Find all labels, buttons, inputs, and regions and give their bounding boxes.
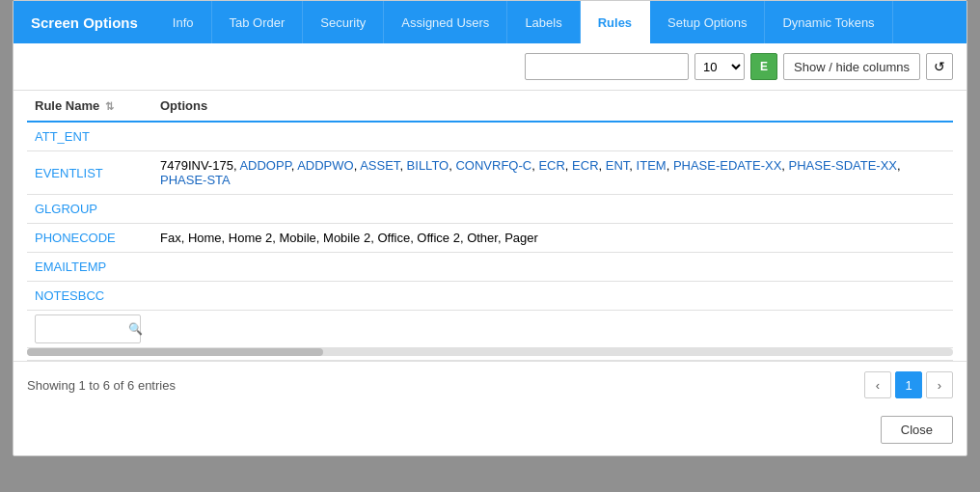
nav-tabs: Info Tab Order Security Assigned Users L… xyxy=(155,1,966,43)
pagination-page-1[interactable]: 1 xyxy=(895,371,922,398)
table-row: NOTESBCC xyxy=(27,282,953,311)
table-footer: Showing 1 to 6 of 6 entries ‹ 1 › xyxy=(14,361,966,408)
close-row: Close xyxy=(14,408,966,455)
table-row: EMAILTEMP xyxy=(27,253,953,282)
rule-name-cell: EMAILTEMP xyxy=(27,253,152,282)
horizontal-scrollbar[interactable] xyxy=(27,348,953,356)
options-cell: Fax, Home, Home 2, Mobile, Mobile 2, Off… xyxy=(152,224,953,253)
table-row: PHONECODEFax, Home, Home 2, Mobile, Mobi… xyxy=(27,224,953,253)
table-container: Rule Name ⇅ Options ATT_ENTEVENTLIST7479… xyxy=(14,91,966,361)
tab-assigned-users[interactable]: Assigned Users xyxy=(384,1,507,43)
rule-name-search-cell: 🔍 xyxy=(27,311,152,348)
rule-name-link[interactable]: EVENTLIST xyxy=(35,166,103,180)
rule-name-cell: EVENTLIST xyxy=(27,151,152,195)
rule-name-cell: PHONECODE xyxy=(27,224,152,253)
options-search-cell xyxy=(152,311,953,348)
search-icon: 🔍 xyxy=(128,322,143,336)
options-cell xyxy=(152,122,953,151)
showing-entries-text: Showing 1 to 6 of 6 entries xyxy=(27,378,176,393)
rule-name-search-wrapper: 🔍 xyxy=(35,314,141,343)
modal-overlay: Screen Options Info Tab Order Security A… xyxy=(0,0,980,492)
col-header-rule-name: Rule Name ⇅ xyxy=(27,91,152,122)
modal: Screen Options Info Tab Order Security A… xyxy=(13,0,967,456)
options-cell xyxy=(152,195,953,224)
close-button[interactable]: Close xyxy=(881,416,953,444)
table-row: ATT_ENT xyxy=(27,122,953,151)
rule-name-link[interactable]: EMAILTEMP xyxy=(35,260,106,274)
rule-name-cell: GLGROUP xyxy=(27,195,152,224)
rule-name-link[interactable]: ATT_ENT xyxy=(35,129,90,144)
pagination-next-button[interactable]: › xyxy=(926,371,953,398)
toolbar-row: 10 25 50 100 E Show / hide columns ↺ xyxy=(14,43,966,91)
rule-name-link[interactable]: PHONECODE xyxy=(35,231,116,245)
tab-info[interactable]: Info xyxy=(155,1,212,43)
show-hide-columns-button[interactable]: Show / hide columns xyxy=(783,53,920,80)
modal-title: Screen Options xyxy=(14,14,155,31)
rule-name-link[interactable]: GLGROUP xyxy=(35,202,97,216)
search-input[interactable] xyxy=(525,53,689,80)
pagination: ‹ 1 › xyxy=(864,371,953,398)
scrollbar-row xyxy=(27,348,953,361)
rules-table: Rule Name ⇅ Options ATT_ENTEVENTLIST7479… xyxy=(27,91,953,361)
rule-name-search-input[interactable] xyxy=(41,317,128,341)
tab-tab-order[interactable]: Tab Order xyxy=(212,1,304,43)
options-cell xyxy=(152,253,953,282)
table-row: EVENTLIST7479INV-175, ADDOPP, ADDPWO, AS… xyxy=(27,151,953,195)
tab-labels[interactable]: Labels xyxy=(507,1,580,43)
pagination-prev-button[interactable]: ‹ xyxy=(864,371,891,398)
tab-rules[interactable]: Rules xyxy=(581,1,650,43)
table-header-row: Rule Name ⇅ Options xyxy=(27,91,953,122)
table-row: GLGROUP xyxy=(27,195,953,224)
scrollbar-thumb xyxy=(27,348,323,356)
options-cell: 7479INV-175, ADDOPP, ADDPWO, ASSET, BILL… xyxy=(152,151,953,195)
per-page-select[interactable]: 10 25 50 100 xyxy=(694,53,745,80)
tab-dynamic-tokens[interactable]: Dynamic Tokens xyxy=(765,1,892,43)
rule-name-cell: ATT_ENT xyxy=(27,122,152,151)
modal-header: Screen Options Info Tab Order Security A… xyxy=(14,1,966,43)
tab-setup-options[interactable]: Setup Options xyxy=(650,1,765,43)
rule-name-cell: NOTESBCC xyxy=(27,282,152,311)
excel-export-button[interactable]: E xyxy=(750,53,777,80)
column-search-row: 🔍 xyxy=(27,311,953,348)
sort-icon-rule-name[interactable]: ⇅ xyxy=(105,100,114,112)
tab-security[interactable]: Security xyxy=(303,1,384,43)
rule-name-link[interactable]: NOTESBCC xyxy=(35,288,104,303)
scrollbar-cell xyxy=(27,348,953,361)
col-header-options: Options xyxy=(152,91,953,122)
refresh-button[interactable]: ↺ xyxy=(926,53,953,80)
options-cell xyxy=(152,282,953,311)
